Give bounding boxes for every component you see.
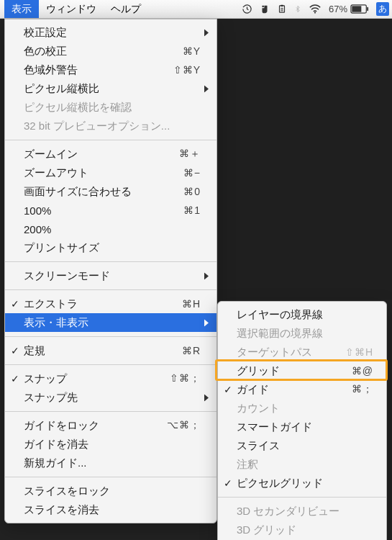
svg-point-5 xyxy=(314,12,316,13)
menu-item-shortcut: ⇧⌘H xyxy=(345,346,373,358)
submenu-item[interactable]: レイヤーの境界線 xyxy=(218,305,386,324)
menu-item-label: スクリーンモード xyxy=(24,269,201,283)
menu-item-label: レイヤーの境界線 xyxy=(237,308,373,322)
menu-separator xyxy=(218,497,386,498)
clipboard-icon[interactable] xyxy=(277,4,287,14)
battery-percent: 67% xyxy=(329,4,347,14)
check-icon: ✓ xyxy=(224,477,232,489)
show-hide-submenu: レイヤーの境界線選択範囲の境界線ターゲットパス⇧⌘Hグリッド⌘@✓ガイド⌘；カウ… xyxy=(217,301,387,540)
menu-separator xyxy=(5,140,216,140)
background-area xyxy=(219,19,392,300)
submenu-item[interactable]: グリッド⌘@ xyxy=(218,361,386,380)
view-menu-item[interactable]: スライスを消去 xyxy=(5,500,216,519)
submenu-item: カウント xyxy=(218,399,386,418)
view-menu-item[interactable]: ガイドをロック⌥⌘； xyxy=(5,416,216,435)
view-menu-item[interactable]: ズームアウト⌘− xyxy=(5,163,216,182)
menu-item-label: 画面サイズに合わせる xyxy=(24,185,183,199)
submenu-item: 3D グリッド xyxy=(218,521,386,539)
submenu-item[interactable]: ✓ピクセルグリッド xyxy=(218,474,386,492)
chevron-right-icon xyxy=(204,83,209,95)
evernote-icon[interactable] xyxy=(260,4,270,14)
view-menu-item[interactable]: ピクセル縦横比 xyxy=(5,79,216,98)
check-icon: ✓ xyxy=(11,345,19,356)
view-menu-item[interactable]: 新規ガイド... xyxy=(5,454,216,472)
check-icon: ✓ xyxy=(11,373,19,384)
menu-separator xyxy=(5,336,216,337)
menu-item-label: スライスを消去 xyxy=(24,503,201,517)
menubar-item-window[interactable]: ウィンドウ xyxy=(39,0,104,18)
menu-item-label: スライスをロック xyxy=(24,485,201,498)
menu-item-label: ズームアウト xyxy=(24,166,183,180)
menu-item-label: ピクセルグリッド xyxy=(237,477,373,490)
view-menu-item[interactable]: スクリーンモード xyxy=(5,266,216,285)
menu-item-label: 色域外警告 xyxy=(24,63,173,77)
menubar-status-area: 67% あ xyxy=(242,0,389,18)
view-menu-item[interactable]: ✓エクストラ⌘H xyxy=(5,294,216,313)
menubar-item-help[interactable]: ヘルプ xyxy=(104,0,148,18)
menu-separator xyxy=(5,261,216,262)
check-icon: ✓ xyxy=(224,384,232,395)
menu-item-label: スマートガイド xyxy=(237,420,373,434)
submenu-item: ターゲットパス⇧⌘H xyxy=(218,343,386,361)
menu-separator xyxy=(5,477,216,477)
view-menu-item[interactable]: 画面サイズに合わせる⌘0 xyxy=(5,182,216,201)
chevron-right-icon xyxy=(204,270,209,282)
view-menu-item[interactable]: ガイドを消去 xyxy=(5,435,216,454)
menu-separator xyxy=(5,289,216,290)
menu-item-label: スナップ xyxy=(24,372,170,386)
menu-item-shortcut: ⌘H xyxy=(182,298,201,310)
menu-item-label: 200% xyxy=(24,223,201,235)
menu-item-label: 100% xyxy=(24,204,183,217)
menu-item-label: 色の校正 xyxy=(24,45,183,58)
view-menu-item[interactable]: 200% xyxy=(5,220,216,238)
view-menu-item[interactable]: ✓定規⌘R xyxy=(5,341,216,360)
menu-item-label: ズームイン xyxy=(24,148,179,161)
view-menu-item[interactable]: 色の校正⌘Y xyxy=(5,42,216,60)
submenu-item[interactable]: スマートガイド xyxy=(218,418,386,436)
submenu-item: 3D セカンダリビュー xyxy=(218,502,386,521)
submenu-item: 選択範囲の境界線 xyxy=(218,324,386,343)
history-icon[interactable] xyxy=(242,4,252,14)
menu-item-shortcut: ⌥⌘； xyxy=(167,419,201,432)
menu-separator xyxy=(5,411,216,412)
menu-item-label: グリッド xyxy=(237,364,352,378)
view-menu-item[interactable]: ズームイン⌘＋ xyxy=(5,145,216,163)
menu-item-shortcut: ⌘0 xyxy=(183,186,201,197)
bluetooth-icon[interactable] xyxy=(294,4,301,14)
view-menu-item[interactable]: プリントサイズ xyxy=(5,238,216,257)
menubar-item-view[interactable]: 表示 xyxy=(4,0,39,18)
menu-item-shortcut: ⌘＋ xyxy=(179,148,201,161)
menu-item-label: エクストラ xyxy=(24,297,182,311)
view-menu-item[interactable]: ✓スナップ⇧⌘； xyxy=(5,369,216,388)
menu-item-shortcut: ⇧⌘； xyxy=(170,372,201,385)
menu-item-shortcut: ⌘； xyxy=(352,383,373,396)
menu-item-label: プリントサイズ xyxy=(24,241,201,255)
chevron-right-icon xyxy=(204,317,209,329)
svg-rect-0 xyxy=(279,6,284,12)
battery-status[interactable]: 67% xyxy=(329,4,369,14)
view-menu-item[interactable]: 校正設定 xyxy=(5,23,216,42)
battery-icon xyxy=(350,4,369,14)
menu-item-label: ガイドをロック xyxy=(24,419,167,433)
chevron-right-icon xyxy=(204,27,209,39)
menu-item-label: 3D グリッド xyxy=(237,523,373,537)
menu-item-label: ピクセル縦横比を確認 xyxy=(24,101,201,114)
ime-indicator[interactable]: あ xyxy=(376,2,389,16)
menu-item-label: カウント xyxy=(237,402,373,415)
menu-item-label: 表示・非表示 xyxy=(24,316,201,330)
submenu-item[interactable]: スライス xyxy=(218,436,386,455)
view-menu-item[interactable]: 100%⌘1 xyxy=(5,201,216,220)
view-menu-item[interactable]: スライスをロック xyxy=(5,482,216,500)
view-menu-dropdown: 校正設定色の校正⌘Y色域外警告⇧⌘Yピクセル縦横比ピクセル縦横比を確認32 bi… xyxy=(4,19,217,523)
submenu-item[interactable]: ✓ガイド⌘； xyxy=(218,380,386,399)
menu-item-label: ピクセル縦横比 xyxy=(24,82,201,96)
menu-item-shortcut: ⌘@ xyxy=(352,365,373,377)
wifi-icon[interactable] xyxy=(309,4,322,14)
check-icon: ✓ xyxy=(11,298,19,310)
view-menu-item[interactable]: スナップ先 xyxy=(5,388,216,407)
menu-item-label: 定規 xyxy=(24,344,182,358)
menu-item-label: 新規ガイド... xyxy=(24,456,201,470)
view-menu-item[interactable]: 表示・非表示 xyxy=(5,313,216,332)
view-menu-item[interactable]: 色域外警告⇧⌘Y xyxy=(5,60,216,79)
menu-item-label: ターゲットパス xyxy=(237,346,345,359)
